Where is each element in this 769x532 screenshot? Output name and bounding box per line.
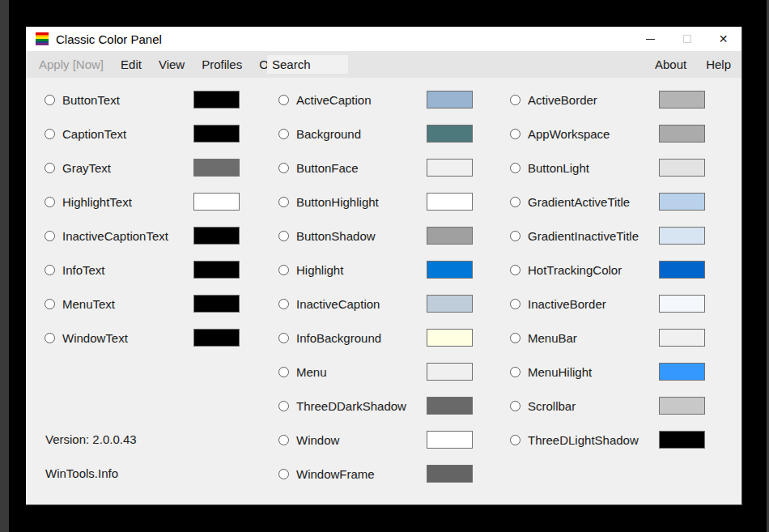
radio-gradientinactivetitle[interactable] bbox=[510, 231, 520, 241]
radio-buttonshadow[interactable] bbox=[278, 231, 289, 241]
color-swatch-scrollbar[interactable] bbox=[659, 397, 705, 415]
color-swatch-menubar[interactable] bbox=[659, 329, 705, 347]
radio-window[interactable] bbox=[278, 435, 289, 445]
color-name-label: MenuText bbox=[62, 297, 115, 311]
radio-appworkspace[interactable] bbox=[510, 129, 520, 139]
color-name-label: ThreeDLightShadow bbox=[528, 433, 639, 447]
desktop-edge-strip-left bbox=[0, 0, 9, 532]
radio-buttonface[interactable] bbox=[278, 163, 289, 173]
radio-background[interactable] bbox=[278, 129, 289, 139]
radio-menutext[interactable] bbox=[45, 299, 55, 309]
color-swatch-menu[interactable] bbox=[427, 363, 473, 381]
color-swatch-inactiveborder[interactable] bbox=[659, 295, 705, 313]
radio-buttontext[interactable] bbox=[45, 95, 55, 105]
radio-highlighttext[interactable] bbox=[45, 197, 55, 207]
minimize-button[interactable] bbox=[632, 27, 669, 51]
color-swatch-windowtext[interactable] bbox=[193, 329, 240, 347]
menu-item-view[interactable]: View bbox=[159, 57, 185, 71]
radio-hottrackingcolor[interactable] bbox=[510, 265, 520, 275]
color-swatch-activecaption[interactable] bbox=[427, 91, 473, 109]
color-item-row: Highlight bbox=[278, 261, 474, 279]
radio-inactivecaption[interactable] bbox=[278, 299, 289, 309]
color-swatch-graytext[interactable] bbox=[193, 159, 240, 177]
color-column-1: ButtonTextCaptionTextGrayTextHighlightTe… bbox=[45, 91, 240, 363]
color-swatch-gradientactivetitle[interactable] bbox=[659, 193, 705, 211]
radio-captiontext[interactable] bbox=[45, 129, 55, 139]
color-swatch-menutext[interactable] bbox=[193, 295, 240, 313]
maximize-button[interactable] bbox=[669, 27, 705, 51]
color-swatch-highlighttext[interactable] bbox=[193, 193, 240, 211]
color-item-row: ButtonHighlight bbox=[278, 193, 474, 211]
color-name-label: Menu bbox=[296, 365, 327, 379]
color-swatch-buttonhighlight[interactable] bbox=[427, 193, 473, 211]
search-input[interactable] bbox=[267, 55, 348, 74]
color-swatch-threeddarkshadow[interactable] bbox=[427, 397, 473, 415]
color-name-label: AppWorkspace bbox=[528, 127, 610, 141]
radio-menu[interactable] bbox=[278, 367, 289, 377]
color-swatch-appworkspace[interactable] bbox=[659, 125, 705, 143]
color-name-label: Highlight bbox=[296, 263, 343, 277]
radio-graytext[interactable] bbox=[45, 163, 55, 173]
radio-gradientactivetitle[interactable] bbox=[510, 197, 520, 207]
radio-windowtext[interactable] bbox=[45, 333, 55, 343]
color-swatch-inactivecaptiontext[interactable] bbox=[193, 227, 240, 245]
color-swatch-window[interactable] bbox=[427, 431, 473, 449]
color-swatch-background[interactable] bbox=[427, 125, 473, 143]
radio-inactivecaptiontext[interactable] bbox=[45, 231, 55, 241]
color-name-label: HotTrackingColor bbox=[528, 263, 622, 277]
color-item-row: MenuBar bbox=[510, 329, 706, 347]
radio-threeddarkshadow[interactable] bbox=[278, 401, 289, 411]
color-swatch-gradientinactivetitle[interactable] bbox=[659, 227, 705, 245]
color-swatch-captiontext[interactable] bbox=[193, 125, 240, 143]
color-swatch-menuhilight[interactable] bbox=[659, 363, 705, 381]
menu-item-edit[interactable]: Edit bbox=[121, 57, 142, 71]
radio-threedlightshadow[interactable] bbox=[510, 435, 520, 445]
color-swatch-buttontext[interactable] bbox=[193, 91, 240, 109]
radio-menubar[interactable] bbox=[510, 333, 520, 343]
color-item-row: HotTrackingColor bbox=[510, 261, 706, 279]
radio-infobackground[interactable] bbox=[278, 333, 289, 343]
radio-infotext[interactable] bbox=[45, 265, 55, 275]
color-swatch-buttonshadow[interactable] bbox=[427, 227, 473, 245]
color-swatch-windowframe[interactable] bbox=[427, 465, 473, 483]
radio-menuhilight[interactable] bbox=[510, 367, 520, 377]
radio-windowframe[interactable] bbox=[278, 469, 289, 479]
color-name-label: InactiveBorder bbox=[528, 297, 606, 311]
color-swatch-threedlightshadow[interactable] bbox=[659, 431, 705, 449]
color-swatch-buttonface[interactable] bbox=[427, 159, 473, 177]
color-name-label: HighlightText bbox=[62, 195, 132, 209]
color-swatch-buttonlight[interactable] bbox=[659, 159, 705, 177]
color-item-row: ActiveBorder bbox=[510, 91, 706, 109]
titlebar: Classic Color Panel ✕ bbox=[26, 27, 741, 51]
color-swatch-inactivecaption[interactable] bbox=[427, 295, 473, 313]
radio-buttonlight[interactable] bbox=[510, 163, 520, 173]
color-swatch-activeborder[interactable] bbox=[659, 91, 705, 109]
close-button[interactable]: ✕ bbox=[705, 27, 741, 51]
color-item-row: HighlightText bbox=[45, 193, 240, 211]
color-item-row: WindowFrame bbox=[278, 465, 474, 483]
color-item-row: InactiveCaptionText bbox=[45, 227, 240, 245]
color-name-label: InfoBackground bbox=[296, 331, 381, 345]
color-name-label: ButtonFace bbox=[296, 161, 359, 175]
color-name-label: InactiveCaption bbox=[296, 297, 380, 311]
radio-activeborder[interactable] bbox=[510, 95, 520, 105]
color-swatch-highlight[interactable] bbox=[427, 261, 473, 279]
color-name-label: MenuHilight bbox=[528, 365, 592, 379]
menu-item-profiles[interactable]: Profiles bbox=[202, 57, 242, 71]
menu-item-apply-now[interactable]: Apply [Now] bbox=[39, 57, 104, 71]
color-swatch-infotext[interactable] bbox=[193, 261, 240, 279]
color-name-label: ActiveBorder bbox=[528, 93, 597, 107]
close-icon: ✕ bbox=[719, 33, 729, 45]
radio-activecaption[interactable] bbox=[278, 95, 289, 105]
menu-item-about[interactable]: About bbox=[655, 57, 686, 71]
menu-items: Apply [Now]EditViewProfilesOthers bbox=[26, 57, 295, 71]
radio-inactiveborder[interactable] bbox=[510, 299, 520, 309]
color-name-label: WindowFrame bbox=[296, 467, 375, 481]
radio-highlight[interactable] bbox=[278, 265, 289, 275]
menu-item-help[interactable]: Help bbox=[706, 57, 731, 71]
color-swatch-hottrackingcolor[interactable] bbox=[659, 261, 705, 279]
radio-scrollbar[interactable] bbox=[510, 401, 520, 411]
radio-buttonhighlight[interactable] bbox=[278, 197, 289, 207]
color-swatch-infobackground[interactable] bbox=[427, 329, 473, 347]
classic-color-panel-window: Classic Color Panel ✕ Apply [Now]EditVie… bbox=[26, 27, 742, 505]
